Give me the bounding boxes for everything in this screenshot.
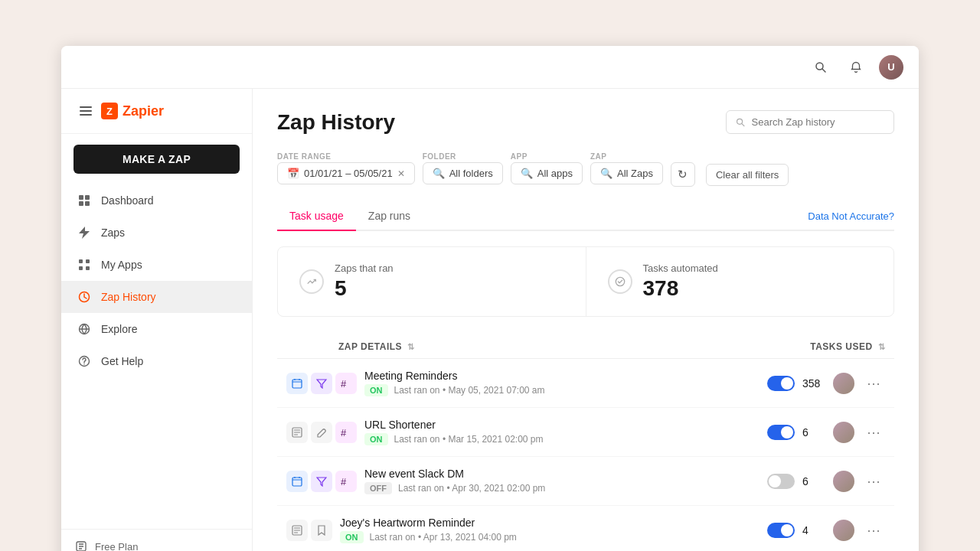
- zap-meta: ON Last ran on • Mar 15, 2021 02:00 pm: [364, 433, 544, 445]
- zap-toggle[interactable]: [767, 425, 795, 440]
- make-zap-button[interactable]: MAKE A ZAP: [74, 145, 240, 174]
- sidebar-item-label: Zap History: [101, 291, 156, 303]
- sort-arrow-details[interactable]: ⇅: [407, 342, 415, 351]
- sidebar-nav: Dashboard Zaps My Apps: [61, 184, 252, 529]
- clear-filter-container: Clear all filters: [706, 164, 789, 186]
- page-header: Zap History: [277, 110, 894, 135]
- table-row: Joey's Heartworm Reminder ON Last ran on…: [277, 506, 894, 552]
- clock-icon: [77, 289, 92, 305]
- zap-toggle[interactable]: [767, 523, 795, 538]
- sidebar-item-label: Get Help: [101, 355, 143, 367]
- zap-last-ran: Last ran on • Apr 13, 2021 04:00 pm: [370, 532, 517, 543]
- col-tasks-used: TASKS USED ⇅: [691, 335, 894, 359]
- tasks-used-cell: 6 ⋯: [691, 408, 894, 457]
- zap-user-avatar: [833, 520, 854, 541]
- folder-filter: FOLDER 🔍 All folders: [423, 152, 503, 184]
- tasks-count: 6: [802, 426, 825, 439]
- zap-status: ON: [364, 384, 388, 396]
- zap-filter: ZAP 🔍 All Zaps: [590, 152, 663, 184]
- search-button[interactable]: [808, 55, 833, 80]
- zap-user-avatar: [833, 373, 854, 394]
- filters-row: DATE RANGE 📅 01/01/21 – 05/05/21 ✕ FOLDE…: [277, 150, 894, 187]
- search-bar[interactable]: [726, 110, 894, 134]
- sort-arrow-tasks[interactable]: ⇅: [878, 342, 886, 351]
- slack-icon: #: [335, 373, 357, 394]
- slack-icon: #: [335, 471, 357, 492]
- clear-date-icon[interactable]: ✕: [397, 168, 405, 179]
- menu-toggle[interactable]: [77, 103, 95, 119]
- zap-name[interactable]: Joey's Heartworm Reminder: [340, 517, 517, 529]
- zap-user-avatar: [833, 422, 854, 443]
- refresh-button[interactable]: ↻: [671, 162, 695, 187]
- bookmark-icon: [311, 520, 332, 541]
- search-app-icon: 🔍: [521, 168, 533, 179]
- refresh-filter: ↻: [671, 162, 695, 187]
- globe-icon: [77, 321, 92, 337]
- zaps-ran-info: Zaps that ran 5: [335, 262, 394, 301]
- edit-icon: [311, 422, 332, 443]
- zap-app-icons: #: [286, 373, 357, 394]
- svg-rect-2: [79, 195, 83, 200]
- zaps-ran-card: Zaps that ran 5: [278, 247, 586, 316]
- help-icon: [77, 354, 92, 369]
- sidebar-item-get-help[interactable]: Get Help: [61, 345, 252, 377]
- zap-more-button[interactable]: ⋯: [862, 422, 885, 442]
- topbar-right: U: [808, 55, 903, 80]
- page-title: Zap History: [277, 110, 395, 135]
- main-content: Zap History DATE RANGE: [253, 89, 919, 551]
- svg-text:#: #: [341, 476, 347, 487]
- notifications-button[interactable]: [844, 55, 868, 80]
- zapier-logo-text: Zapier: [122, 103, 164, 119]
- bell-icon: [850, 61, 862, 73]
- svg-rect-3: [85, 195, 90, 200]
- zap-name[interactable]: URL Shortener: [364, 419, 544, 431]
- plan-icon: [74, 539, 89, 551]
- zap-name[interactable]: New event Slack DM: [364, 468, 545, 480]
- zap-app-icons: [286, 520, 332, 541]
- search-input[interactable]: [752, 116, 884, 128]
- app-layout: Z Zapier MAKE A ZAP Dashboard: [61, 89, 919, 551]
- clear-all-filters-button[interactable]: Clear all filters: [706, 164, 789, 186]
- zaps-ran-icon: [299, 269, 324, 294]
- sidebar-item-explore[interactable]: Explore: [61, 313, 252, 345]
- sidebar-item-zap-history[interactable]: Zap History: [61, 281, 252, 313]
- sidebar-item-zaps[interactable]: Zaps: [61, 217, 252, 249]
- user-avatar[interactable]: U: [879, 55, 903, 80]
- table-body: # Meeting Reminders ON Last ran on • May…: [277, 359, 894, 552]
- svg-line-16: [742, 123, 744, 126]
- sidebar-item-label: Dashboard: [101, 194, 154, 207]
- sidebar-item-my-apps[interactable]: My Apps: [61, 249, 252, 281]
- zap-more-button[interactable]: ⋯: [862, 471, 885, 491]
- zap-name[interactable]: Meeting Reminders: [364, 370, 545, 382]
- zap-user-avatar: [833, 471, 854, 492]
- tasks-automated-info: Tasks automated 378: [643, 262, 718, 301]
- zap-toggle[interactable]: [767, 376, 795, 391]
- calendar-icon: [286, 471, 308, 492]
- date-range-filter: DATE RANGE 📅 01/01/21 – 05/05/21 ✕: [277, 152, 415, 184]
- svg-line-1: [822, 69, 825, 72]
- sidebar-footer: Free Plan TASKS Unlimited ZAPS Unlimited…: [61, 529, 252, 551]
- svg-point-13: [83, 364, 84, 364]
- search-folder-icon: 🔍: [433, 168, 445, 179]
- tab-zap-runs[interactable]: Zap runs: [356, 202, 423, 231]
- svg-text:#: #: [341, 427, 347, 438]
- svg-marker-19: [317, 380, 326, 388]
- svg-rect-5: [85, 201, 90, 206]
- date-range-pill[interactable]: 📅 01/01/21 – 05/05/21 ✕: [277, 162, 415, 184]
- zap-toggle[interactable]: [767, 474, 795, 489]
- app-pill[interactable]: 🔍 All apps: [511, 162, 583, 184]
- zap-app-icons: #: [286, 471, 357, 492]
- zap-pill[interactable]: 🔍 All Zaps: [590, 162, 663, 184]
- sidebar-item-dashboard[interactable]: Dashboard: [61, 184, 252, 217]
- zap-status: OFF: [364, 482, 392, 494]
- search-icon: [736, 117, 746, 128]
- tab-task-usage[interactable]: Task usage: [277, 202, 356, 231]
- svg-marker-24: [317, 478, 326, 486]
- svg-rect-9: [86, 266, 90, 270]
- filter-icon: [311, 471, 332, 492]
- folder-pill[interactable]: 🔍 All folders: [423, 162, 503, 184]
- zap-more-button[interactable]: ⋯: [862, 520, 885, 540]
- data-accurate-link[interactable]: Data Not Accurate?: [808, 210, 894, 222]
- zap-last-ran: Last ran on • Apr 30, 2021 02:00 pm: [398, 483, 545, 494]
- zap-more-button[interactable]: ⋯: [862, 373, 885, 393]
